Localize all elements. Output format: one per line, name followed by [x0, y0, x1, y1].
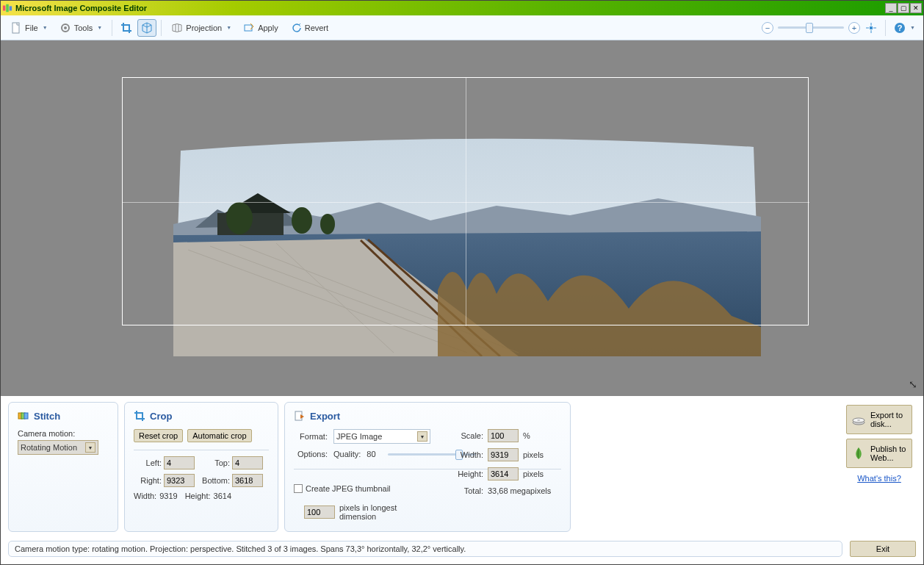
crop-icon	[134, 410, 145, 422]
chevron-down-icon: ▼	[226, 25, 231, 30]
publish-to-web-button[interactable]: Publish to Web...	[846, 439, 912, 468]
help-icon: ?	[894, 22, 906, 34]
fit-icon	[865, 22, 877, 34]
svg-text:?: ?	[898, 24, 903, 32]
projection-icon	[171, 22, 183, 34]
zoom-control: − +	[762, 22, 860, 34]
apply-button[interactable]: Apply	[238, 19, 284, 37]
stitch-icon	[18, 410, 29, 422]
exit-button[interactable]: Exit	[850, 541, 916, 557]
apply-icon	[243, 22, 255, 34]
zoom-out-button[interactable]: −	[762, 22, 773, 34]
export-panel: Export Format: JPEG Image ▼ Options: Qua…	[284, 402, 571, 532]
resize-cursor-icon: ⤡	[909, 378, 917, 390]
maximize-button[interactable]: ▢	[898, 3, 909, 13]
dropdown-arrow-icon: ▼	[85, 442, 95, 453]
export-height-field[interactable]	[488, 467, 519, 481]
crop-icon	[120, 22, 132, 34]
crop-top-field[interactable]	[232, 456, 263, 469]
camera-motion-label: Camera motion:	[18, 429, 109, 438]
toolbar: File▼ Tools▼ Projection▼ Apply Revert −	[1, 15, 923, 40]
svg-point-27	[857, 420, 860, 421]
file-icon	[10, 22, 22, 34]
svg-rect-1	[6, 4, 9, 12]
file-menu[interactable]: File▼	[5, 19, 53, 37]
export-to-disk-button[interactable]: Export to disk...	[846, 405, 912, 434]
svg-rect-6	[245, 25, 252, 31]
fit-view-button[interactable]	[862, 19, 881, 37]
crop-width-value: 9319	[159, 492, 177, 500]
export-icon	[294, 410, 306, 422]
crop-height-value: 3614	[214, 492, 231, 500]
close-button[interactable]: ✕	[910, 3, 922, 13]
whats-this-link[interactable]: What's this?	[857, 474, 901, 483]
thumbnail-checkbox[interactable]	[294, 484, 303, 493]
automatic-crop-button[interactable]: Automatic crop	[187, 429, 251, 442]
help-button[interactable]: ? ▼	[890, 19, 919, 37]
disk-icon	[851, 412, 866, 427]
crop-bottom-field[interactable]	[232, 474, 263, 487]
revert-button[interactable]: Revert	[285, 19, 333, 37]
status-bar: Camera motion type: rotating motion. Pro…	[8, 541, 842, 557]
zoom-slider[interactable]	[778, 26, 844, 29]
gear-icon	[59, 22, 71, 34]
crop-right-field[interactable]	[164, 474, 195, 487]
svg-point-5	[64, 26, 67, 29]
svg-rect-3	[12, 23, 19, 33]
minimize-button[interactable]: _	[885, 3, 897, 13]
canvas-viewport[interactable]: ⤡	[1, 40, 923, 396]
export-width-field[interactable]	[488, 448, 519, 461]
chevron-down-icon: ▼	[97, 25, 102, 30]
projection-menu[interactable]: Projection▼	[166, 19, 237, 37]
zoom-slider-thumb[interactable]	[806, 23, 813, 33]
revert-icon	[290, 22, 302, 34]
crop-rectangle[interactable]	[122, 77, 809, 325]
export-total-value: 33,68 megapixels	[488, 486, 551, 495]
action-panel: Export to disk... Publish to Web... What…	[842, 402, 916, 532]
cube-icon	[141, 22, 153, 34]
dropdown-arrow-icon: ▼	[417, 431, 427, 442]
crop-tool-button[interactable]	[117, 19, 136, 37]
stitch-panel: Stitch Camera motion: Rotating Motion ▼	[8, 402, 118, 532]
crop-left-field[interactable]	[164, 456, 195, 469]
cube-tool-button[interactable]	[137, 19, 156, 37]
svg-rect-0	[3, 6, 6, 11]
scale-field[interactable]	[488, 429, 519, 442]
crop-panel: Crop Reset crop Automatic crop Left: Rig…	[124, 402, 278, 532]
tools-menu[interactable]: Tools▼	[54, 19, 108, 37]
quality-value: 80	[367, 450, 375, 458]
app-icon	[2, 3, 12, 13]
titlebar: Microsoft Image Composite Editor _ ▢ ✕	[1, 1, 923, 15]
svg-rect-7	[870, 26, 873, 29]
zoom-in-button[interactable]: +	[848, 22, 860, 34]
thumbnail-px-field[interactable]	[304, 505, 335, 519]
svg-rect-2	[10, 6, 12, 10]
window-title: Microsoft Image Composite Editor	[15, 4, 147, 12]
chevron-down-icon: ▼	[910, 25, 915, 30]
publish-icon	[851, 446, 866, 461]
svg-rect-23	[24, 413, 28, 419]
export-format-select[interactable]: JPEG Image ▼	[333, 429, 430, 444]
reset-crop-button[interactable]: Reset crop	[134, 429, 183, 442]
camera-motion-select[interactable]: Rotating Motion ▼	[18, 440, 98, 455]
bottom-panels: Stitch Camera motion: Rotating Motion ▼ …	[1, 396, 923, 538]
chevron-down-icon: ▼	[43, 25, 48, 30]
